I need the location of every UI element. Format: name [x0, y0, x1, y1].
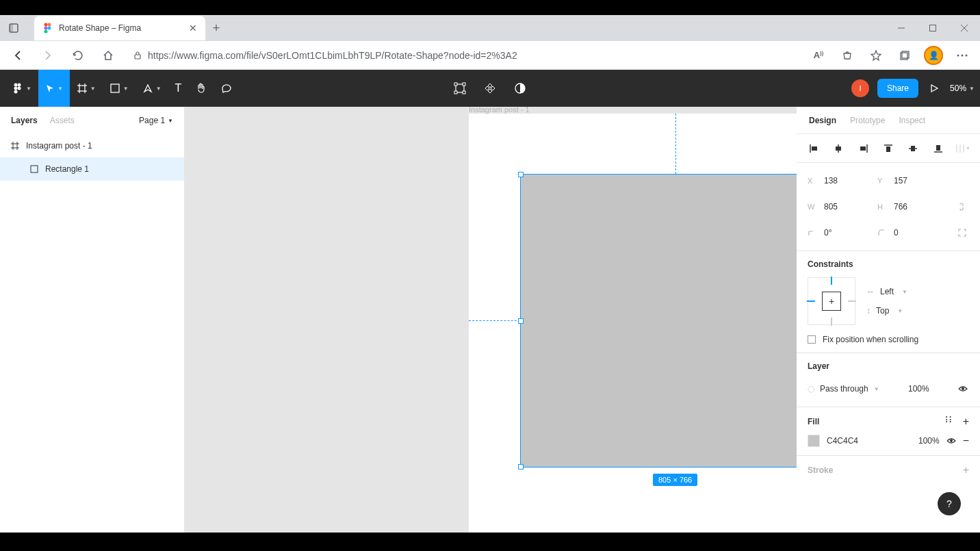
svg-rect-41 [836, 146, 841, 151]
page-selector[interactable]: Page 1▼ [139, 116, 173, 125]
layer-frame-row[interactable]: Instagram post - 1 [0, 134, 184, 157]
svg-point-2 [44, 23, 48, 27]
fill-color-hex[interactable]: C4C4C4 [827, 436, 858, 446]
more-button[interactable] [949, 42, 976, 69]
resize-handle-tl[interactable] [518, 172, 524, 177]
align-top-button[interactable] [881, 141, 896, 156]
collections-button[interactable] [891, 42, 918, 69]
favorites-button[interactable] [862, 42, 890, 69]
dimensions-badge: 805 × 766 [653, 474, 697, 486]
move-tool-button[interactable]: ▼ [38, 70, 70, 107]
svg-rect-28 [454, 83, 457, 86]
edit-object-button[interactable] [447, 70, 473, 107]
figma-toolbar: ▼ ▼ ▼ ▼ ▼ T I Share 50%▼ [0, 70, 980, 107]
browser-tab[interactable]: Rotate Shape – Figma ✕ [34, 16, 205, 40]
fill-color-swatch[interactable] [808, 435, 820, 447]
frame-name-label: Instagram post - 1 [26, 141, 92, 151]
figma-favicon-icon [42, 23, 53, 34]
visibility-toggle-icon[interactable] [958, 384, 969, 394]
assets-tab[interactable]: Assets [50, 116, 75, 125]
add-stroke-button[interactable]: + [963, 464, 969, 476]
back-button[interactable] [4, 42, 31, 69]
pen-tool-button[interactable]: ▼ [136, 70, 168, 107]
svg-point-53 [962, 387, 964, 390]
svg-rect-29 [463, 83, 465, 86]
independent-corners-button[interactable] [958, 229, 969, 237]
svg-rect-45 [886, 146, 890, 152]
align-hcenter-button[interactable] [831, 141, 846, 156]
design-panel: Design Prototype Inspect ▼ X 138 Y 157 W… [797, 107, 980, 533]
x-input[interactable]: 138 [824, 176, 872, 185]
layer-opacity-input[interactable]: 100% [908, 384, 929, 394]
horizontal-guide [469, 320, 520, 321]
fill-visibility-icon[interactable] [946, 436, 956, 446]
svg-point-6 [44, 30, 48, 34]
read-aloud-button[interactable]: A)) [805, 42, 832, 69]
align-vcenter-button[interactable] [905, 141, 920, 156]
window-minimize-button[interactable] [886, 15, 917, 41]
svg-point-20 [18, 87, 21, 90]
share-button[interactable]: Share [877, 79, 918, 98]
svg-point-21 [14, 90, 18, 94]
align-left-button[interactable] [806, 141, 821, 156]
x-label: X [808, 177, 818, 185]
constrain-proportions-button[interactable] [958, 202, 969, 212]
layer-section-title: Layer [808, 361, 969, 371]
new-tab-button[interactable]: + [205, 21, 227, 36]
canvas-frame-label[interactable]: Instagram post - 1 [469, 107, 530, 114]
h-input[interactable]: 766 [894, 202, 942, 212]
help-button[interactable]: ? [938, 492, 961, 515]
remove-fill-button[interactable]: − [963, 435, 969, 447]
window-maximize-button[interactable] [917, 15, 949, 41]
stroke-section-title: Stroke [808, 465, 833, 475]
window-close-button[interactable] [949, 15, 980, 41]
y-input[interactable]: 157 [894, 176, 942, 185]
w-label: W [808, 203, 818, 211]
mask-button[interactable] [507, 70, 533, 107]
layer-rectangle-row[interactable]: Rectangle 1 [0, 157, 184, 181]
zoom-dropdown[interactable]: 50%▼ [950, 84, 975, 93]
text-tool-button[interactable]: T [168, 70, 189, 107]
align-right-button[interactable] [856, 141, 871, 156]
distribute-button[interactable]: ▼ [955, 141, 970, 156]
fill-opacity-input[interactable]: 100% [918, 436, 940, 446]
vertical-constraint-select[interactable]: ↕Top▼ [866, 306, 907, 316]
inspect-tab[interactable]: Inspect [899, 116, 925, 125]
comment-tool-button[interactable] [214, 70, 239, 107]
w-input[interactable]: 805 [824, 202, 872, 212]
horizontal-constraint-select[interactable]: ↔Left▼ [866, 287, 907, 296]
canvas[interactable]: Instagram post - 1 805 × 766 ↶ [185, 107, 797, 533]
prototype-tab[interactable]: Prototype [850, 116, 885, 125]
svg-rect-1 [10, 24, 13, 32]
forward-button[interactable] [34, 42, 62, 69]
shape-tool-button[interactable]: ▼ [103, 70, 136, 107]
hand-tool-button[interactable] [188, 70, 214, 107]
rotation-input[interactable]: 0° [824, 228, 872, 238]
create-component-button[interactable] [477, 70, 503, 107]
align-bottom-button[interactable] [931, 141, 946, 156]
fix-position-checkbox[interactable] [808, 335, 816, 344]
present-button[interactable] [927, 70, 942, 107]
design-tab[interactable]: Design [809, 116, 836, 125]
layers-tab[interactable]: Layers [11, 116, 38, 125]
url-text[interactable]: https://www.figma.com/file/vS0erLOmt1CLb… [148, 50, 517, 61]
home-button[interactable] [94, 42, 122, 69]
frame-tool-button[interactable]: ▼ [70, 70, 103, 107]
corner-radius-input[interactable]: 0 [894, 228, 942, 238]
shopping-icon[interactable] [834, 42, 861, 69]
close-tab-icon[interactable]: ✕ [189, 23, 197, 34]
vertical-guide [675, 114, 676, 174]
tabs-overview-button[interactable] [0, 15, 27, 41]
selected-rectangle[interactable] [520, 174, 797, 467]
add-fill-button[interactable]: + [963, 415, 969, 428]
user-avatar[interactable]: I [851, 79, 869, 97]
resize-handle-bl[interactable] [518, 464, 524, 470]
profile-button[interactable]: 👤 [920, 42, 947, 69]
fill-style-button[interactable]: ⠸⠇ [942, 415, 955, 428]
svg-point-5 [48, 27, 51, 30]
blend-mode-select[interactable]: Pass through [820, 384, 868, 394]
resize-handle-ml[interactable] [518, 318, 524, 324]
main-menu-button[interactable]: ▼ [5, 70, 38, 107]
refresh-button[interactable] [64, 42, 92, 69]
constraint-widget[interactable]: + [808, 277, 855, 325]
